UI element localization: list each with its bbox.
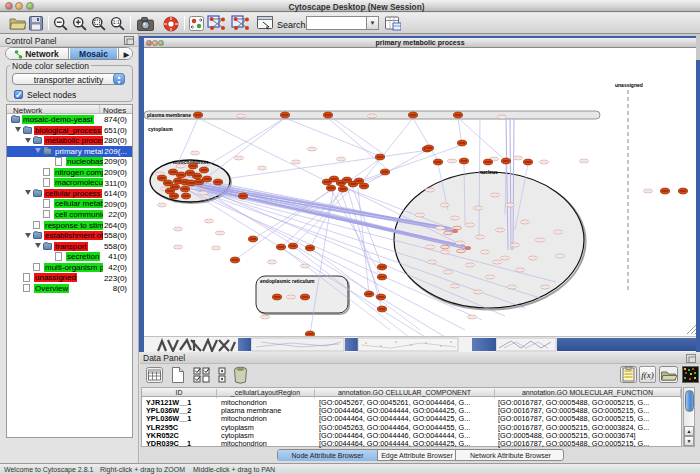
svg-text:nucleus: nucleus [479, 169, 498, 175]
svg-text:1:1: 1:1 [113, 19, 120, 25]
svg-text:endoplasmic reticulum: endoplasmic reticulum [260, 278, 315, 284]
svg-text:plasma membrane: plasma membrane [147, 112, 191, 118]
svg-text:unassigned: unassigned [615, 82, 643, 88]
svg-text:cytoplasm: cytoplasm [148, 126, 173, 132]
